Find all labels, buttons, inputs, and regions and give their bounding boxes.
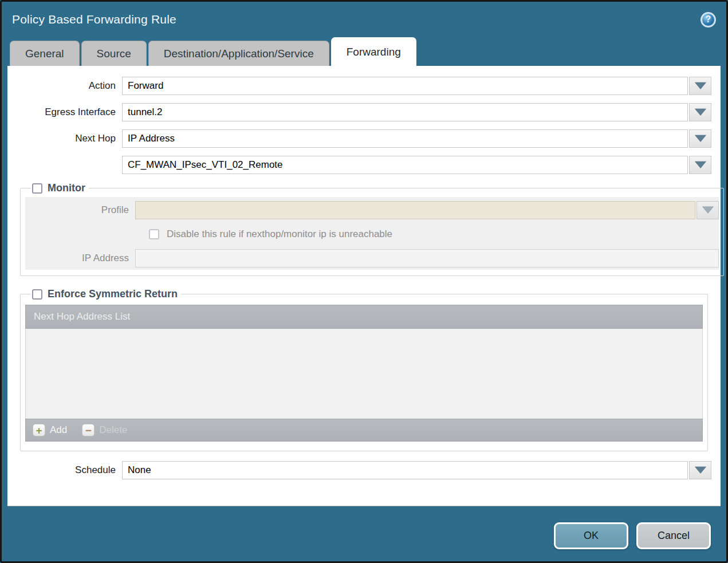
delete-button: − Delete bbox=[82, 424, 127, 436]
profile-input bbox=[135, 201, 695, 219]
tab-forwarding[interactable]: Forwarding bbox=[331, 37, 416, 66]
monitor-ip-address-label: IP Address bbox=[25, 253, 135, 264]
egress-interface-label: Egress Interface bbox=[7, 107, 122, 118]
next-hop-dropdown-button[interactable] bbox=[689, 129, 711, 148]
chevron-down-icon bbox=[695, 162, 706, 168]
delete-button-label: Delete bbox=[99, 424, 127, 436]
disable-rule-checkbox bbox=[149, 229, 159, 239]
add-button[interactable]: + Add bbox=[33, 424, 67, 436]
action-dropdown-button[interactable] bbox=[689, 77, 711, 95]
tab-general[interactable]: General bbox=[10, 41, 80, 66]
chevron-down-icon bbox=[702, 207, 714, 214]
minus-icon: − bbox=[82, 424, 95, 436]
help-icon[interactable]: ? bbox=[701, 12, 716, 27]
schedule-label: Schedule bbox=[7, 464, 122, 476]
symmetric-return-legend-label: Enforce Symmetric Return bbox=[48, 288, 178, 300]
tab-destination-application-service[interactable]: Destination/Application/Service bbox=[148, 41, 329, 66]
plus-icon: + bbox=[33, 424, 45, 436]
next-hop-row: Next Hop bbox=[7, 129, 716, 148]
profile-label: Profile bbox=[25, 204, 135, 216]
forwarding-tab-panel: Action Egress Interface Next Hop Monitor bbox=[7, 66, 721, 506]
monitor-ip-address-input bbox=[135, 249, 719, 267]
next-hop-address-dropdown-button[interactable] bbox=[689, 156, 711, 174]
monitor-panel: Profile Disable this rule if nexthop/mon… bbox=[25, 197, 719, 270]
tab-bar: General Source Destination/Application/S… bbox=[2, 37, 726, 66]
dialog-title: Policy Based Forwarding Rule bbox=[12, 13, 176, 26]
chevron-down-icon bbox=[695, 109, 706, 116]
next-hop-type-input[interactable] bbox=[122, 129, 688, 148]
next-hop-address-table-header: Next Hop Address List bbox=[25, 305, 703, 329]
chevron-down-icon bbox=[695, 467, 706, 474]
chevron-down-icon bbox=[695, 135, 706, 142]
disable-rule-label: Disable this rule if nexthop/monitor ip … bbox=[167, 229, 392, 240]
chevron-down-icon bbox=[695, 82, 706, 89]
schedule-input[interactable] bbox=[122, 461, 688, 479]
next-hop-label: Next Hop bbox=[7, 133, 122, 144]
monitor-legend: Monitor bbox=[31, 182, 89, 194]
schedule-row: Schedule bbox=[7, 461, 716, 479]
action-input[interactable] bbox=[122, 77, 688, 95]
monitor-ip-address-row: IP Address bbox=[25, 249, 719, 267]
pbf-rule-dialog: { "window": { "title": "Policy Based For… bbox=[0, 0, 728, 563]
dialog-titlebar: Policy Based Forwarding Rule ? bbox=[2, 2, 726, 37]
action-label: Action bbox=[7, 80, 122, 92]
symmetric-return-checkbox[interactable] bbox=[32, 289, 42, 300]
profile-dropdown-button bbox=[696, 201, 719, 219]
schedule-dropdown-button[interactable] bbox=[689, 461, 711, 479]
symmetric-return-group: Enforce Symmetric Return Next Hop Addres… bbox=[20, 288, 708, 451]
egress-interface-input[interactable] bbox=[122, 103, 688, 121]
profile-row: Profile bbox=[25, 201, 719, 219]
next-hop-address-table-body[interactable] bbox=[25, 329, 703, 419]
next-hop-address-input[interactable] bbox=[122, 156, 688, 174]
symmetric-return-legend: Enforce Symmetric Return bbox=[31, 288, 181, 300]
action-row: Action bbox=[7, 77, 716, 95]
next-hop-address-table-footer: + Add − Delete bbox=[25, 419, 703, 442]
egress-interface-row: Egress Interface bbox=[7, 103, 716, 121]
ok-button[interactable]: OK bbox=[554, 522, 628, 549]
next-hop-address-row bbox=[7, 156, 716, 174]
egress-interface-dropdown-button[interactable] bbox=[689, 103, 711, 121]
tab-source[interactable]: Source bbox=[81, 41, 147, 66]
next-hop-address-table: Next Hop Address List + Add − Delete bbox=[25, 305, 703, 442]
add-button-label: Add bbox=[50, 424, 67, 436]
monitor-group: Monitor Profile Disable this rule if nex… bbox=[20, 182, 724, 276]
dialog-footer: OK Cancel bbox=[554, 522, 711, 549]
monitor-legend-label: Monitor bbox=[48, 182, 85, 194]
cancel-button[interactable]: Cancel bbox=[636, 522, 711, 549]
monitor-checkbox[interactable] bbox=[32, 183, 42, 194]
disable-rule-row: Disable this rule if nexthop/monitor ip … bbox=[25, 229, 719, 240]
